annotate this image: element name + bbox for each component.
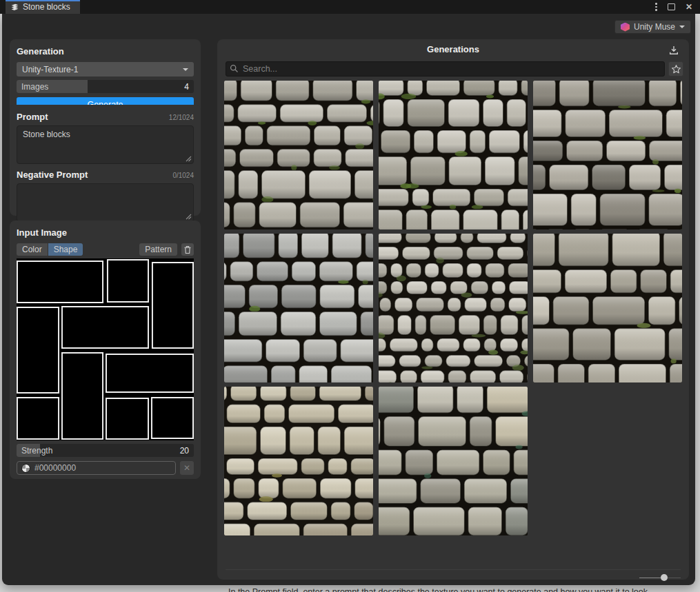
prompt-panel: Prompt 12/1024 Stone blocks Negative Pro…	[10, 105, 201, 216]
generation-tile[interactable]	[379, 81, 528, 229]
model-dropdown-value: Unity-Texture-1	[22, 65, 183, 74]
background-doc-text: In the Prompt field, enter a prompt that…	[228, 587, 650, 592]
resize-grip-icon[interactable]	[186, 214, 192, 220]
favorites-filter-button[interactable]	[668, 61, 683, 76]
tab-shape[interactable]: Shape	[48, 243, 83, 256]
delete-input-button[interactable]	[181, 243, 194, 256]
download-icon	[668, 45, 679, 56]
strength-field[interactable]: Strength 20	[17, 444, 194, 457]
transparent-color-swatch	[21, 464, 30, 473]
negative-prompt-title: Negative Prompt	[17, 170, 88, 180]
resize-grip-icon[interactable]	[186, 156, 192, 162]
generation-tile[interactable]	[224, 81, 373, 229]
generation-results-grid	[224, 81, 682, 535]
images-field[interactable]: Images 4	[17, 80, 194, 93]
tab-stone-blocks[interactable]: Stone blocks	[6, 0, 80, 14]
search-input[interactable]	[226, 61, 665, 76]
generation-tile[interactable]	[224, 387, 373, 535]
generations-title: Generations	[217, 44, 689, 54]
input-image-panel: Input Image Color Shape Pattern Strength…	[10, 221, 201, 479]
input-image-title: Input Image	[17, 227, 194, 238]
generation-tile[interactable]	[379, 234, 528, 382]
download-button[interactable]	[667, 43, 681, 57]
search-field	[226, 61, 665, 76]
clear-color-button[interactable]: ✕	[180, 461, 194, 475]
search-icon	[230, 64, 239, 73]
window-menu-icon[interactable]	[655, 3, 657, 11]
negative-prompt-input[interactable]	[17, 184, 193, 221]
tab-title: Stone blocks	[23, 2, 70, 12]
chevron-down-icon	[183, 68, 188, 71]
active-tab-indicator	[6, 0, 80, 1]
prompt-title: Prompt	[17, 112, 48, 122]
generations-footer	[226, 569, 681, 580]
close-icon[interactable]: ✕	[686, 3, 692, 11]
prompt-counter: 12/1024	[169, 114, 194, 121]
slider-thumb[interactable]	[661, 574, 668, 581]
muse-texture-window: Unity Muse Generation Unity-Texture-1 Im…	[2, 14, 695, 585]
negative-prompt-counter: 0/1024	[172, 172, 194, 179]
pattern-button[interactable]: Pattern	[139, 243, 177, 256]
unity-muse-button[interactable]: Unity Muse	[614, 20, 691, 34]
generation-tile[interactable]	[224, 234, 373, 382]
window-controls: ✕	[655, 0, 700, 14]
unity-muse-texture-icon	[10, 3, 19, 12]
shape-canvas[interactable]	[17, 258, 194, 440]
input-mode-segmented-control: Color Shape	[17, 243, 83, 256]
generation-tile[interactable]	[533, 81, 682, 229]
generation-tile[interactable]	[533, 234, 682, 382]
prompt-input[interactable]: Stone blocks	[17, 126, 193, 163]
color-picker-field[interactable]: #00000000	[17, 461, 176, 475]
star-icon	[671, 64, 681, 74]
strength-label: Strength	[17, 446, 180, 456]
maximize-icon[interactable]	[668, 3, 675, 10]
unity-muse-logo-icon	[621, 23, 630, 32]
generations-panel: Generations	[217, 39, 689, 580]
model-dropdown[interactable]: Unity-Texture-1	[17, 62, 194, 76]
generation-panel: Generation Unity-Texture-1 Images 4 Gene…	[10, 39, 201, 114]
images-value: 4	[184, 82, 194, 92]
tab-color[interactable]: Color	[17, 243, 48, 256]
slider-track-empty	[668, 578, 681, 579]
slider-track-filled	[639, 578, 661, 579]
unity-muse-label: Unity Muse	[634, 22, 675, 32]
titlebar: Stone blocks ✕	[0, 0, 700, 14]
strength-value: 20	[180, 446, 194, 456]
images-label: Images	[17, 82, 184, 92]
generation-tile[interactable]	[379, 387, 528, 535]
trash-icon	[183, 245, 192, 254]
generation-title: Generation	[17, 46, 194, 57]
color-hex-value: #00000000	[34, 463, 76, 473]
thumbnail-zoom-slider[interactable]	[639, 573, 681, 582]
chevron-down-icon	[679, 25, 685, 28]
